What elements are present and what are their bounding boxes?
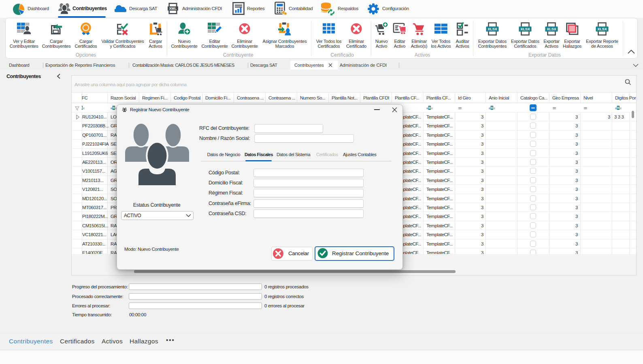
- svg-text:c: c: [620, 106, 622, 110]
- svg-text:c: c: [494, 106, 495, 110]
- svg-text:c: c: [83, 106, 85, 110]
- svg-text:XLSX: XLSX: [488, 27, 497, 31]
- svg-text:B: B: [617, 106, 620, 110]
- svg-text:B: B: [113, 106, 115, 110]
- svg-text:c: c: [431, 106, 433, 110]
- svg-text:XML: XML: [169, 6, 177, 11]
- svg-text:B: B: [428, 106, 431, 110]
- svg-text:B: B: [491, 106, 493, 110]
- svg-text:XLSX: XLSX: [597, 27, 607, 31]
- svg-text:XLSX: XLSX: [547, 27, 556, 31]
- svg-text:XLSX: XLSX: [520, 27, 530, 31]
